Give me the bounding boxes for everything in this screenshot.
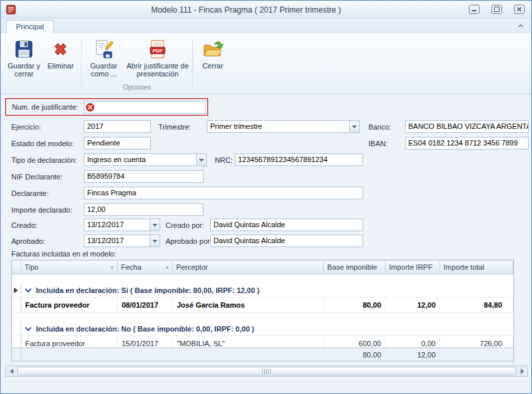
row-indicator-cell: [12, 298, 21, 312]
importe-declarado-input[interactable]: 12,00: [84, 203, 203, 216]
open-receipt-button[interactable]: PDF Abrir justificante de presentación: [126, 36, 190, 78]
save-as-label: Guardar como ...: [84, 62, 123, 78]
grid-spacer: [12, 313, 513, 322]
aprobado-date-input[interactable]: 13/12/2017: [84, 235, 160, 247]
creado-por-input[interactable]: David Quintas Alcalde: [210, 219, 363, 231]
pdf-document-icon: PDF: [147, 39, 168, 60]
trimestre-dropdown-arrow-icon[interactable]: [349, 121, 359, 132]
aprobado-label: Aprobado:: [11, 237, 45, 245]
save-icon: [13, 39, 35, 60]
ejercicio-input[interactable]: 2017: [84, 120, 151, 133]
close-form-label: Cerrar: [196, 62, 230, 70]
estado-input[interactable]: Pendiente: [84, 137, 151, 149]
window-title: Modelo 111 - Fincas Pragma ( 2017 Primer…: [41, 5, 452, 15]
creado-label: Creado:: [11, 221, 37, 229]
scroll-left-arrow-icon[interactable]: [6, 366, 17, 376]
row-indicator-cell: [12, 283, 21, 297]
trimestre-label: Trimestre:: [158, 123, 191, 131]
close-button[interactable]: [514, 5, 525, 14]
save-as-button[interactable]: Guardar como ...: [84, 36, 123, 78]
minimize-button[interactable]: [469, 5, 479, 14]
maximize-button[interactable]: [491, 5, 502, 14]
creado-dropdown-arrow-icon[interactable]: [150, 219, 160, 231]
grid-spacer: [12, 274, 513, 283]
app-window: Modelo 111 - Fincas Pragma ( 2017 Primer…: [0, 0, 532, 394]
iban-label: IBAN:: [368, 140, 388, 148]
focused-row-arrow-icon: [14, 288, 18, 293]
cell-tipo: Factura proveedor: [21, 298, 118, 312]
cell-perceptor: José García Ramos: [173, 298, 324, 312]
banco-input[interactable]: BANCO BILBAO VIZCAYA ARGENTARI: [405, 120, 529, 133]
cell-fecha: 15/01/2017: [118, 336, 173, 347]
grid-indicator-header: [12, 260, 21, 274]
summary-indicator-cell: [12, 348, 21, 361]
ribbon-separator: [81, 39, 82, 86]
num-justificante-input[interactable]: [84, 101, 206, 114]
column-header-fecha[interactable]: Fecha▲: [118, 260, 173, 274]
declarante-label: Declarante:: [11, 189, 49, 197]
nrc-label: NRC:: [215, 156, 233, 164]
group-collapse-chevron-icon[interactable]: [25, 286, 32, 292]
tipo-declaracion-dropdown-arrow-icon[interactable]: [196, 154, 206, 165]
summary-perceptor: [173, 348, 324, 361]
summary-total: [440, 348, 513, 361]
grid-summary-row: 80,00 12,00: [12, 347, 513, 361]
aprobado-por-input[interactable]: David Quintas Alcalde: [210, 235, 363, 247]
group-collapse-chevron-icon[interactable]: [25, 324, 32, 331]
nif-declarante-input[interactable]: B58959784: [84, 170, 203, 183]
creado-date-input[interactable]: 13/12/2017: [84, 219, 160, 231]
group-row-included-si[interactable]: Incluida en declaración: Si ( Base impon…: [12, 283, 513, 298]
facturas-grid: Tipo▲ Fecha▲ Perceptor Base imponible Im…: [11, 260, 514, 361]
importe-declarado-label: Importe declarado:: [11, 206, 72, 214]
cell-base: 80,00: [324, 298, 386, 312]
scrollbar-thumb[interactable]: [17, 367, 516, 375]
close-form-button[interactable]: Cerrar: [196, 36, 230, 70]
nif-declarante-label: NIF Declarante:: [11, 173, 63, 181]
horizontal-scrollbar[interactable]: [5, 365, 528, 377]
grid-caption: Facturas incluidas en el modelo:: [11, 250, 116, 258]
column-header-importe-irpf[interactable]: Importe IRPF: [386, 260, 440, 274]
save-and-close-label: Guardar y cerrar: [6, 62, 42, 78]
grid-body: Incluida en declaración: Si ( Base impon…: [12, 274, 513, 347]
row-indicator-cell: [12, 322, 21, 336]
cell-base: 600,00: [324, 336, 386, 347]
iban-input[interactable]: ES04 0182 1234 8712 3456 7899: [405, 137, 529, 149]
table-row[interactable]: Factura proveedor 15/01/2017 "MOBILIA, S…: [12, 336, 513, 347]
summary-base: 80,00: [324, 348, 386, 361]
nrc-input[interactable]: 1234567891234567891234: [235, 153, 363, 166]
sort-asc-icon: ▲: [165, 264, 170, 269]
group-row-included-no[interactable]: Incluida en declaración: No ( Base impon…: [12, 322, 513, 336]
cell-perceptor: "MOBILIA, SL": [173, 336, 324, 347]
ribbon-group-label: Opciones: [84, 84, 190, 91]
cell-total: 84,80: [440, 298, 513, 312]
scroll-right-arrow-icon[interactable]: [517, 366, 527, 376]
tab-principal[interactable]: Principal: [6, 20, 54, 33]
aprobado-por-label: Aprobado por:: [166, 237, 212, 245]
column-header-tipo[interactable]: Tipo▲: [21, 260, 118, 274]
summary-irpf: 12,00: [386, 348, 440, 361]
declarante-input[interactable]: Fincas Pragma: [84, 187, 363, 199]
ribbon-separator: [192, 39, 193, 86]
trimestre-select[interactable]: Primer trimestre: [207, 120, 360, 133]
column-header-perceptor[interactable]: Perceptor: [173, 260, 324, 274]
cell-total: 726,00: [440, 336, 513, 347]
column-header-importe-total[interactable]: Importe total: [440, 260, 513, 274]
aprobado-dropdown-arrow-icon[interactable]: [150, 235, 160, 246]
save-and-close-button[interactable]: Guardar y cerrar: [6, 36, 42, 78]
ribbon-collapse-chevron-icon[interactable]: [517, 22, 525, 30]
cell-fecha: 08/01/2017: [118, 298, 173, 312]
scrollbar-track[interactable]: [17, 366, 517, 376]
open-folder-icon: [202, 39, 223, 60]
validation-error-icon: [86, 103, 94, 112]
delete-button[interactable]: Eliminar: [43, 36, 78, 70]
ribbon-tab-row: Principal: [1, 19, 531, 33]
app-icon: [6, 5, 16, 15]
cell-irpf: 12,00: [386, 298, 440, 312]
column-header-base-imponible[interactable]: Base imponible: [324, 260, 386, 274]
ribbon: Guardar y cerrar Eliminar Guardar como .…: [1, 33, 531, 94]
summary-tipo: [21, 348, 118, 361]
cell-irpf: 0,00: [386, 336, 440, 347]
tipo-declaracion-select[interactable]: Ingreso en cuenta: [84, 153, 207, 166]
table-row[interactable]: Factura proveedor 08/01/2017 José García…: [12, 298, 513, 313]
estado-label: Estado del modelo:: [11, 140, 74, 148]
